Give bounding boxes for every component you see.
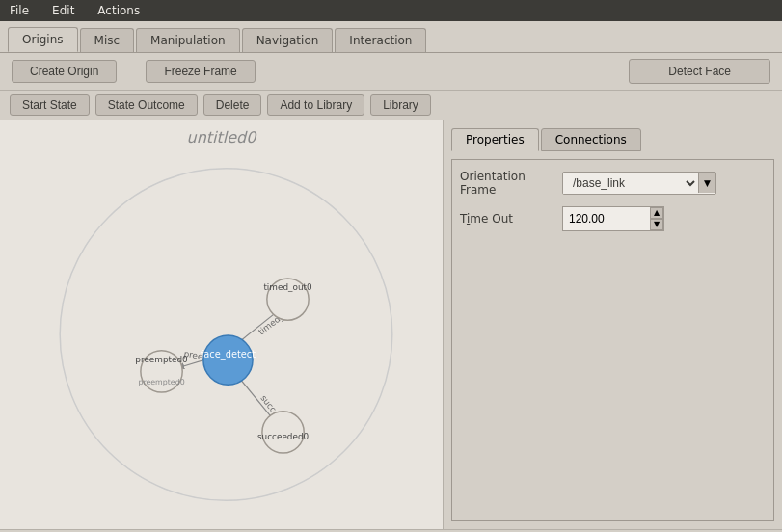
tab-properties[interactable]: Properties [451,128,539,151]
orientation-frame-select-wrap: /base_link ▼ [562,172,716,195]
svg-text:preempted0: preempted0 [138,378,184,386]
tab-interaction[interactable]: Interaction [335,28,426,52]
time-out-decrement[interactable]: ▼ [650,219,663,230]
canvas-title: untitled0 [187,128,256,146]
tab-misc[interactable]: Misc [80,28,135,52]
orientation-frame-row: Orientation Frame /base_link ▼ [460,170,766,197]
time-out-label: Time Out [460,212,556,226]
tab-origins[interactable]: Origins [8,27,78,52]
right-panel: Properties Connections Orientation Frame… [444,120,782,529]
canvas-area: untitled0 timed_out preempted succeeded … [0,120,444,529]
delete-button[interactable]: Delete [203,94,262,116]
svg-text:face_detect: face_detect [201,349,256,360]
orientation-frame-dropdown-arrow[interactable]: ▼ [698,173,715,193]
svg-text:preempted0: preempted0 [135,355,188,364]
underline-i: i [467,212,470,226]
menu-file[interactable]: File [4,2,35,19]
svg-text:succeeded0: succeeded0 [257,432,310,441]
start-state-button[interactable]: Start State [10,94,90,116]
properties-tabbar: Properties Connections [451,128,774,151]
state-outcome-button[interactable]: State Outcome [95,94,198,116]
tabbar: Origins Misc Manipulation Navigation Int… [0,21,782,53]
svg-point-0 [60,169,392,501]
library-button[interactable]: Library [370,94,431,116]
actionbar: Start State State Outcome Delete Add to … [0,91,782,120]
main-content: untitled0 timed_out preempted succeeded … [0,120,782,529]
svg-text:timed_out0: timed_out0 [263,282,312,292]
diagram-svg: timed_out preempted succeeded timed_out0… [19,149,433,519]
state-diagram: timed_out preempted succeeded timed_out0… [19,149,433,519]
create-origin-button[interactable]: Create Origin [12,60,117,83]
menubar: File Edit Actions [0,0,782,21]
detect-face-button[interactable]: Detect Face [629,59,770,84]
properties-panel: Orientation Frame /base_link ▼ Time Out [451,159,774,521]
add-to-library-button[interactable]: Add to Library [267,94,364,116]
time-out-input-wrap: ▲ ▼ [562,206,664,231]
toolbar: Create Origin Freeze Frame Detect Face [0,53,782,91]
orientation-frame-label: Orientation Frame [460,170,556,197]
tab-manipulation[interactable]: Manipulation [136,28,240,52]
svg-point-14 [203,335,253,385]
tab-connections[interactable]: Connections [541,128,641,151]
time-out-increment[interactable]: ▲ [650,207,663,219]
time-out-row: Time Out ▲ ▼ [460,206,766,231]
menu-actions[interactable]: Actions [92,2,146,19]
time-out-input[interactable] [563,207,650,230]
tab-navigation[interactable]: Navigation [242,28,334,52]
orientation-frame-select[interactable]: /base_link [563,173,698,194]
freeze-frame-button[interactable]: Freeze Frame [146,60,255,83]
menu-edit[interactable]: Edit [46,2,80,19]
time-out-spinners: ▲ ▼ [650,207,663,230]
time-out-label-text: Time Out [460,212,513,226]
